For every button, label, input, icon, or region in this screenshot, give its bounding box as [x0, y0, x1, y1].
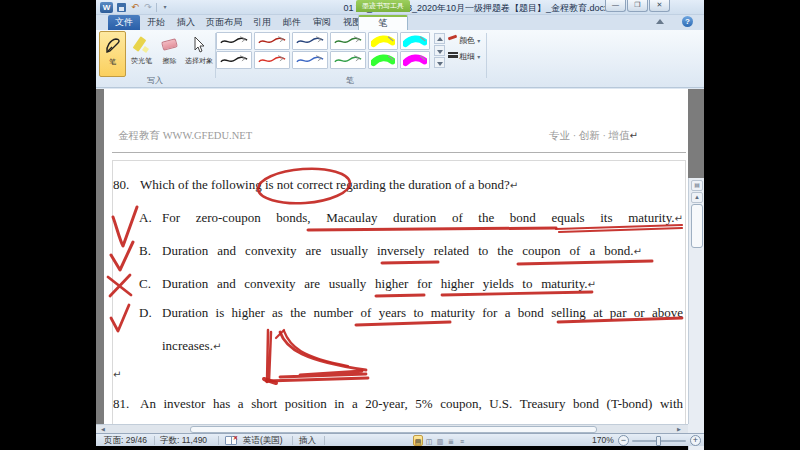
zoom-slider-thumb[interactable]: [656, 436, 661, 446]
help-button[interactable]: ?: [682, 16, 693, 27]
pen-style-swatch[interactable]: [330, 32, 366, 50]
tab-file[interactable]: 文件: [108, 15, 140, 30]
ruler-toggle-icon[interactable]: ▤: [691, 180, 703, 191]
tab-home[interactable]: 开始: [142, 15, 170, 30]
outline-view-icon[interactable]: ≣: [446, 435, 456, 446]
word-window: W ↶ ↷ ▾ 01 V1_20200928_2020年10月一级押题卷【题目】…: [96, 0, 704, 446]
eraser-icon: [161, 35, 179, 53]
qat-separator: [156, 3, 157, 12]
web-layout-view-icon[interactable]: ▥: [435, 435, 445, 446]
redo-icon[interactable]: ↷: [142, 1, 154, 13]
minimize-button[interactable]: —: [605, 0, 626, 12]
page-indicator[interactable]: 页面: 29/46: [104, 434, 147, 447]
page-header-right: 专业 · 创新 · 增值↵: [549, 129, 638, 143]
qat-dropdown-icon[interactable]: ▾: [159, 1, 171, 13]
q81-number: 81.: [113, 396, 129, 412]
option-a-letter: A.: [139, 210, 152, 226]
insert-mode-indicator[interactable]: 插入: [299, 434, 316, 447]
scroll-right-icon[interactable]: ▶: [674, 426, 684, 433]
pen-style-swatch[interactable]: [216, 51, 252, 69]
eraser-tool-button[interactable]: 擦除: [156, 31, 183, 77]
header-rule: [112, 152, 686, 153]
tab-mailings[interactable]: 邮件: [278, 15, 306, 30]
ink-weight-button[interactable]: 粗细 ▾: [448, 50, 480, 64]
vertical-scroll-thumb[interactable]: [691, 204, 703, 248]
pen-style-swatch[interactable]: [254, 51, 290, 69]
option-d-text: Duration is higher as the number of year…: [162, 305, 683, 322]
highlighter-style-swatch[interactable]: [400, 32, 430, 50]
cursor-arrow-icon: [191, 36, 207, 54]
document-area: 金程教育 WWW.GFEDU.NET 专业 · 创新 · 增值↵ 80. Whi…: [96, 89, 704, 424]
pen-style-swatch[interactable]: [330, 51, 366, 69]
option-d-letter: D.: [139, 305, 152, 321]
status-bar: 页面: 29/46 字数: 11,490 英语(美国) 插入 ▤ ◫ ▥ ≣ ≡…: [96, 433, 704, 446]
tab-references[interactable]: 引用: [248, 15, 276, 30]
pen-style-gallery: [216, 32, 432, 70]
empty-paragraph-mark: ↵: [113, 367, 121, 383]
print-layout-view-icon[interactable]: ▤: [413, 435, 423, 446]
zoom-level[interactable]: 170%: [592, 434, 614, 447]
select-objects-button[interactable]: 选择对象: [184, 31, 214, 77]
option-c-letter: C.: [139, 276, 151, 292]
video-frame: W ↶ ↷ ▾ 01 V1_20200928_2020年10月一级押题卷【题目】…: [0, 0, 800, 450]
vertical-scrollbar[interactable]: ▤ ▲ ▼ ▲▲ ● ▼: [688, 178, 704, 450]
color-pen-icon: [448, 35, 458, 43]
document-page[interactable]: 金程教育 WWW.GFEDU.NET 专业 · 创新 · 增值↵ 80. Whi…: [104, 89, 688, 424]
page-header-left: 金程教育 WWW.GFEDU.NET: [118, 129, 252, 143]
word-count[interactable]: 字数: 11,490: [160, 434, 207, 447]
option-a-text: For zero-coupon bonds, Macaulay duration…: [162, 210, 683, 227]
ribbon-tab-row: 文件 开始 插入 页面布局 引用 邮件 审阅 视图 笔: [96, 15, 704, 30]
q80-text: Which of the following is not correct re…: [140, 177, 518, 194]
tab-pens-active[interactable]: 笔: [358, 15, 408, 30]
save-icon[interactable]: [117, 3, 126, 12]
horizontal-scroll-thumb[interactable]: [190, 426, 597, 433]
undo-icon[interactable]: ↶: [129, 1, 141, 13]
proofing-status-icon[interactable]: [225, 436, 237, 445]
gallery-scroll: [434, 33, 445, 69]
minimize-ribbon-icon[interactable]: [656, 19, 664, 24]
option-d-continuation: increases.↵: [162, 338, 221, 355]
highlighter-style-swatch[interactable]: [368, 32, 398, 50]
scroll-left-icon[interactable]: ◀: [98, 426, 108, 433]
contextual-tab-header: 墨迹书写工具: [356, 0, 410, 12]
pen-style-swatch[interactable]: [292, 51, 328, 69]
word-app-icon[interactable]: W: [100, 2, 113, 13]
highlighter-tool-button[interactable]: 荧光笔: [128, 31, 155, 77]
close-button[interactable]: ✕: [649, 0, 670, 12]
option-b-text: Duration and convexity are usually inver…: [162, 243, 642, 260]
scrollbar-corner: [688, 424, 704, 433]
write-group-label: 写入: [96, 75, 214, 86]
horizontal-scrollbar[interactable]: ◀ ▶: [96, 424, 688, 433]
tab-insert[interactable]: 插入: [172, 15, 200, 30]
q80-number: 80.: [113, 177, 129, 193]
tab-page-layout[interactable]: 页面布局: [202, 15, 246, 30]
gallery-more-icon[interactable]: [434, 57, 445, 68]
language-indicator[interactable]: 英语(美国): [243, 434, 283, 447]
zoom-in-button[interactable]: +: [690, 435, 701, 446]
highlighter-style-swatch[interactable]: [400, 51, 430, 69]
q81-text: An investor has a short position in a 20…: [140, 396, 683, 413]
window-controls: — ❐ ✕: [604, 0, 670, 12]
highlighter-style-swatch[interactable]: [368, 51, 398, 69]
gallery-down-icon[interactable]: [434, 45, 445, 56]
draft-view-icon[interactable]: ≡: [457, 435, 467, 446]
scroll-up-icon[interactable]: ▲: [691, 192, 703, 203]
pens-group-label: 笔: [216, 75, 484, 86]
highlighter-icon: [133, 35, 151, 53]
pen-style-swatch[interactable]: [292, 32, 328, 50]
ink-color-button[interactable]: 颜色 ▾: [448, 34, 480, 48]
group-separator: [486, 33, 487, 78]
full-screen-reading-view-icon[interactable]: ◫: [424, 435, 434, 446]
pen-icon: [104, 37, 122, 55]
pen-tool-button[interactable]: 笔: [99, 31, 126, 77]
gallery-up-icon[interactable]: [434, 33, 445, 44]
pen-style-swatch[interactable]: [254, 32, 290, 50]
line-weight-icon: [448, 51, 458, 58]
tab-review[interactable]: 审阅: [308, 15, 336, 30]
pen-style-swatch[interactable]: [216, 32, 252, 50]
ribbon: 笔 荧光笔 擦除 选择对象 写入: [96, 30, 704, 88]
option-b-letter: B.: [139, 243, 151, 259]
zoom-out-button[interactable]: −: [618, 435, 629, 446]
restore-button[interactable]: ❐: [627, 0, 648, 12]
option-c-text: Duration and convexity are usually highe…: [162, 276, 596, 293]
